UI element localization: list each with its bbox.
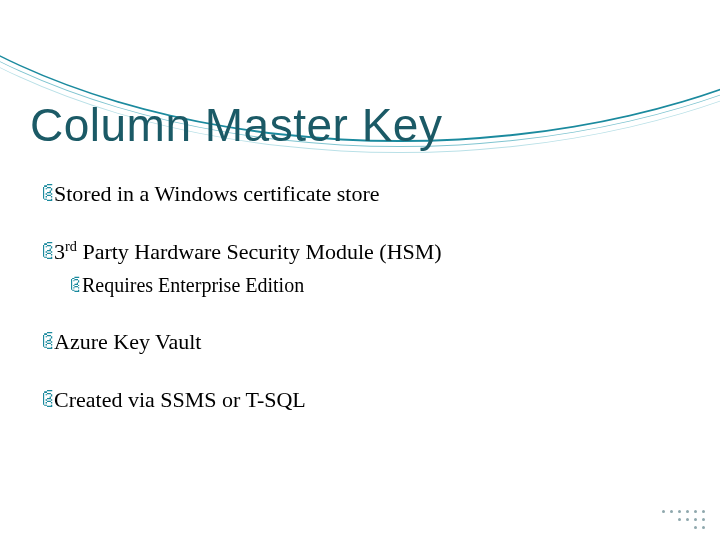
decorative-corner-dots	[662, 510, 708, 530]
bullet-text: Created via SSMS or T-SQL	[54, 386, 306, 414]
bullet-item: ༊ Created via SSMS or T-SQL	[42, 386, 680, 414]
slide-body: ༊ Stored in a Windows certificate store …	[42, 180, 680, 443]
bullet-text: Stored in a Windows certificate store	[54, 180, 380, 208]
bullet-sub-item: ༊ Requires Enterprise Edition	[70, 273, 680, 298]
bullet-glyph-icon: ༊	[42, 387, 52, 413]
slide-title: Column Master Key	[30, 98, 442, 152]
bullet-item: ༊ 3rd Party Hardware Security Module (HS…	[42, 238, 680, 266]
bullet-item: ༊ Azure Key Vault	[42, 328, 680, 356]
bullet-glyph-icon: ༊	[70, 274, 80, 298]
bullet-text: 3rd Party Hardware Security Module (HSM)	[54, 238, 442, 266]
bullet-glyph-icon: ༊	[42, 181, 52, 207]
bullet-item: ༊ Stored in a Windows certificate store	[42, 180, 680, 208]
bullet-text: Requires Enterprise Edition	[82, 273, 304, 298]
bullet-text: Azure Key Vault	[54, 328, 201, 356]
bullet-glyph-icon: ༊	[42, 329, 52, 355]
bullet-glyph-icon: ༊	[42, 239, 52, 265]
